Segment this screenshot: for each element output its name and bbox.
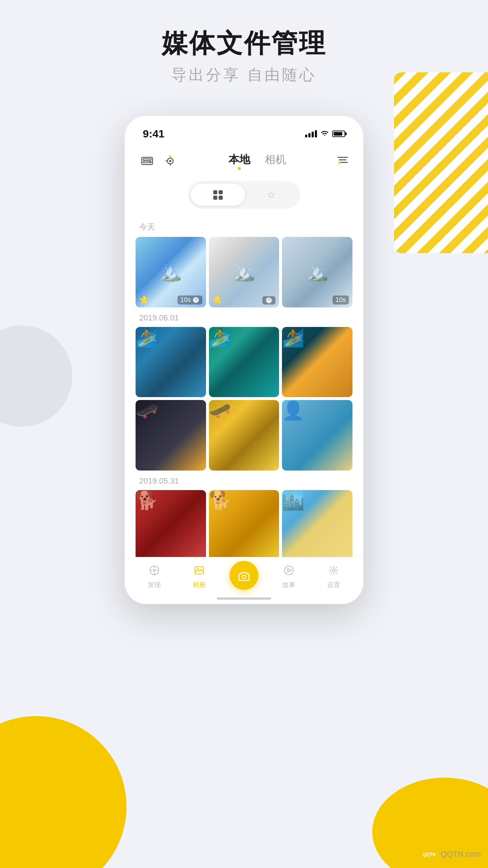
filter-tabs: ☆ — [139, 181, 349, 209]
photo-grid-0531 — [136, 490, 352, 561]
status-bar: 9:41 — [125, 116, 363, 145]
photo-content — [282, 400, 352, 421]
svg-rect-16 — [218, 190, 222, 194]
phone-mockup: 9:41 — [125, 116, 363, 604]
nav-left-icons: i — [139, 153, 178, 169]
photo-item[interactable] — [282, 400, 352, 471]
status-time: 9:41 — [143, 128, 164, 140]
svg-point-31 — [332, 569, 335, 572]
bottom-nav: 发现 相册 — [125, 557, 363, 604]
photo-item[interactable]: ⭐ 🕐 — [209, 237, 279, 307]
sub-title: 导出分享 自由随心 — [0, 65, 488, 85]
nav-item-discover[interactable]: 发现 — [132, 565, 177, 589]
wifi-icon — [321, 129, 329, 139]
main-title: 媒体文件管理 — [0, 29, 488, 58]
svg-point-6 — [169, 160, 171, 162]
svg-marker-30 — [288, 569, 291, 572]
tab-camera[interactable]: 相机 — [265, 152, 286, 170]
photo-item[interactable] — [209, 327, 279, 397]
signal-icon — [305, 130, 317, 137]
watermark-logo: QQTN — [420, 848, 438, 861]
photo-duration: 10s 🕐 — [177, 295, 202, 305]
nav-tabs: 本地 相机 — [228, 152, 286, 170]
photo-grid-0601 — [136, 327, 352, 471]
star-badge: ⭐ — [213, 295, 222, 305]
photo-content — [136, 327, 206, 348]
photo-item[interactable]: 10s — [282, 237, 352, 307]
bg-circle-left — [0, 326, 72, 427]
svg-point-4 — [150, 162, 151, 163]
photo-grid-today: ⭐ 10s 🕐 ⭐ 🕐 10s — [136, 237, 352, 307]
svg-point-20 — [153, 569, 155, 571]
photo-item[interactable] — [282, 490, 352, 561]
svg-rect-18 — [218, 195, 222, 199]
nav-label-stories: 故事 — [282, 580, 295, 589]
svg-point-28 — [242, 575, 246, 579]
filter-favorites[interactable]: ☆ — [245, 184, 297, 206]
photo-item[interactable] — [209, 400, 279, 471]
nav-label-discover: 发现 — [148, 580, 161, 589]
photo-item[interactable] — [136, 490, 206, 561]
nav-item-settings[interactable]: 设置 — [311, 565, 356, 589]
stories-icon — [283, 565, 294, 578]
nav-item-album[interactable]: 相册 — [177, 565, 222, 589]
nav-item-camera[interactable] — [222, 561, 266, 593]
star-badge: ⭐ — [139, 295, 149, 305]
nav-label-settings: 设置 — [327, 580, 340, 589]
content-area: 今天 ⭐ 10s 🕐 ⭐ 🕐 — [125, 216, 363, 561]
filter-icon[interactable] — [337, 155, 349, 167]
svg-text:QQTN: QQTN — [423, 852, 436, 857]
section-date-0601: 2019.06.01 — [139, 313, 352, 323]
svg-text:i: i — [169, 155, 170, 158]
svg-point-2 — [150, 159, 151, 160]
photo-content — [282, 327, 352, 348]
photo-content — [209, 327, 279, 348]
home-indicator — [217, 597, 271, 600]
tab-local[interactable]: 本地 — [228, 152, 250, 170]
photo-item[interactable] — [136, 327, 206, 397]
photo-content — [136, 400, 206, 421]
star-filter-icon: ☆ — [267, 189, 276, 201]
section-date-0531: 2019.05.31 — [139, 476, 352, 486]
photo-content — [209, 400, 279, 421]
storage-icon[interactable] — [139, 153, 155, 169]
photo-clock-badge: 🕐 — [262, 296, 275, 305]
photo-item[interactable] — [282, 327, 352, 397]
photo-content — [209, 490, 279, 511]
connection-icon[interactable]: i — [162, 153, 178, 169]
photo-duration: 10s — [333, 295, 349, 305]
nav-bar: i 本地 相机 — [125, 145, 363, 174]
album-icon — [194, 565, 205, 578]
photo-item[interactable] — [209, 490, 279, 561]
watermark-text: QQTN.com — [441, 850, 481, 859]
settings-icon — [328, 565, 339, 578]
photo-content — [136, 490, 206, 511]
nav-label-album: 相册 — [193, 580, 206, 589]
svg-rect-17 — [213, 195, 217, 199]
watermark: QQTN QQTN.com — [420, 848, 481, 861]
discover-icon — [149, 565, 160, 578]
header-section: 媒体文件管理 导出分享 自由随心 — [0, 29, 488, 85]
photo-content — [282, 490, 352, 511]
battery-icon — [332, 131, 345, 137]
status-icons — [305, 129, 345, 139]
section-date-today: 今天 — [139, 222, 352, 233]
camera-button[interactable] — [230, 561, 258, 590]
bg-yellow-circle-left — [0, 716, 127, 868]
nav-item-stories[interactable]: 故事 — [266, 565, 311, 589]
svg-rect-15 — [213, 190, 217, 194]
bg-stripes — [394, 72, 488, 253]
filter-all[interactable] — [191, 184, 245, 206]
photo-item[interactable] — [136, 400, 206, 471]
photo-item[interactable]: ⭐ 10s 🕐 — [136, 237, 206, 307]
filter-tab-group: ☆ — [188, 181, 300, 209]
